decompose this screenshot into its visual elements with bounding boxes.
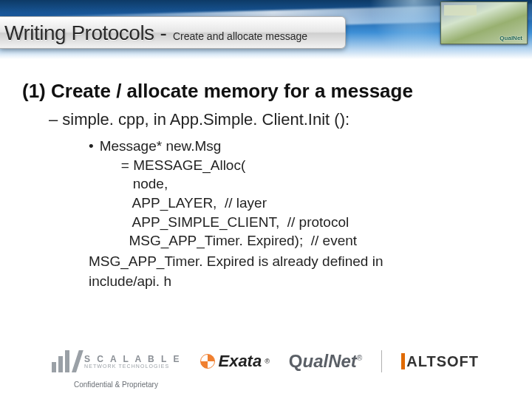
slide-title-main: Writing Protocols [4, 21, 154, 45]
logo-divider [381, 350, 382, 372]
code-line: node, [109, 174, 510, 194]
content-heading: (1) Create / allocate memory for a messa… [22, 80, 510, 103]
logo-row: S C A L A B L E NETWORK TECHNOLOGIES Exa… [52, 344, 502, 378]
content-sub1-text: simple. cpp, in App.Simple. Client.Init … [62, 110, 349, 129]
code-line: APP_LAYER, // layer [109, 194, 510, 213]
logo-scalable: S C A L A B L E NETWORK TECHNOLOGIES [52, 350, 181, 372]
slide-title-dash: - [160, 21, 167, 45]
dot-bullet: • [89, 138, 94, 154]
logo-exata: Exata® [200, 352, 269, 371]
title-bar: Writing Protocols - Create and allocate … [0, 16, 346, 49]
content-sub1: –simple. cpp, in App.Simple. Client.Init… [49, 110, 510, 129]
logo-qualnet: QualNet® [289, 351, 362, 372]
tail-line-1: MSG_APP_Timer. Expired is already define… [89, 252, 510, 271]
reg-mark: ® [265, 358, 270, 365]
tail-line-2: include/api. h [89, 272, 510, 291]
code-line: MSG_APP_Timer. Expired); // event [109, 231, 510, 250]
dash-bullet: – [49, 110, 58, 129]
confidential-footer: Confidential & Proprietary [74, 381, 158, 389]
code-line-1: Message* new.Msg [100, 138, 222, 154]
code-line: APP_SIMPLE_CLIENT, // protocol [109, 213, 510, 232]
scalable-mark-icon [52, 350, 78, 372]
qualnet-q: Q [289, 351, 303, 371]
exata-text: Exata [218, 352, 262, 371]
slide: QualNet Writing Protocols - Create and a… [0, 0, 532, 399]
altsoft-bar-icon [401, 353, 405, 369]
scalable-line1: S C A L A B L E [84, 355, 181, 364]
reg-mark: ® [357, 354, 362, 362]
scalable-text: S C A L A B L E NETWORK TECHNOLOGIES [84, 355, 181, 369]
corner-image: QualNet [440, 1, 528, 44]
slide-title-sub: Create and allocate message [173, 30, 307, 42]
scalable-line2: NETWORK TECHNOLOGIES [84, 364, 181, 369]
altsoft-text: ALTSOFT [406, 353, 479, 370]
logo-altsoft: ALTSOFT [401, 353, 479, 370]
exata-swirl-icon [200, 354, 215, 369]
qualnet-rest: ualNet [303, 351, 357, 371]
code-line: = MESSAGE_Alloc( [109, 156, 510, 175]
code-block: = MESSAGE_Alloc( node, APP_LAYER, // lay… [109, 156, 510, 250]
content-bullet: •Message* new.Msg [89, 137, 510, 156]
content-area: (1) Create / allocate memory for a messa… [22, 80, 510, 291]
corner-label: QualNet [499, 35, 522, 41]
